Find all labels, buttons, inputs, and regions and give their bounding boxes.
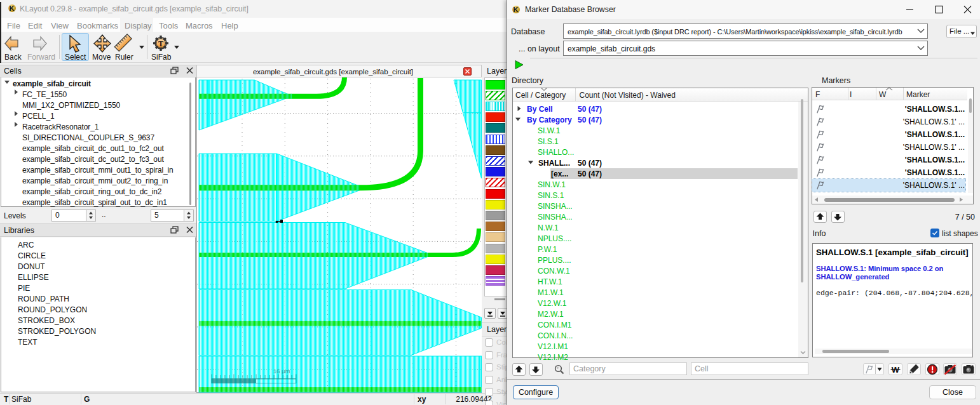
svg-text:16 µm: 16 µm	[273, 368, 290, 375]
svg-text:T: T	[158, 39, 163, 48]
